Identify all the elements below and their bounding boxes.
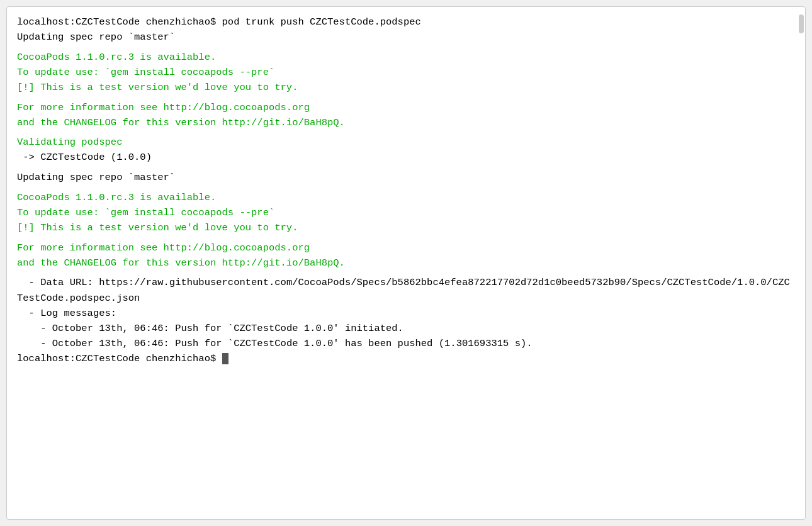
terminal-line: - Log messages: [17, 306, 795, 321]
terminal-line: [!] This is a test version we'd love you… [17, 80, 795, 95]
terminal-line: - Data URL: https://raw.githubuserconten… [17, 275, 795, 305]
terminal-line [17, 271, 795, 276]
terminal-line: - October 13th, 06:46: Push for `CZCTest… [17, 336, 795, 351]
terminal-cursor [222, 353, 228, 364]
terminal-line: To update use: `gem install cocoapods --… [17, 205, 795, 220]
terminal-line: localhost:CZCTestCode chenzhichao$ pod t… [17, 14, 795, 30]
terminal-line [17, 185, 795, 190]
terminal-line: and the CHANGELOG for this version http:… [17, 255, 795, 271]
terminal-line [17, 235, 795, 240]
terminal-line [17, 165, 795, 170]
terminal-line: CocoaPods 1.1.0.rc.3 is available. [17, 50, 795, 65]
terminal-line: - October 13th, 06:46: Push for `CZCTest… [17, 321, 795, 336]
terminal-content[interactable]: localhost:CZCTestCode chenzhichao$ pod t… [7, 7, 805, 519]
terminal-window: localhost:CZCTestCode chenzhichao$ pod t… [6, 6, 806, 520]
terminal-line: Updating spec repo `master` [17, 30, 795, 45]
terminal-line: To update use: `gem install cocoapods --… [17, 65, 795, 80]
terminal-line [17, 130, 795, 135]
terminal-line: Updating spec repo `master` [17, 170, 795, 185]
terminal-line: and the CHANGELOG for this version http:… [17, 115, 795, 130]
terminal-line: [!] This is a test version we'd love you… [17, 220, 795, 235]
terminal-line: localhost:CZCTestCode chenzhichao$ [17, 351, 795, 366]
scrollbar-indicator [799, 14, 804, 33]
terminal-line [17, 45, 795, 50]
terminal-line: For more information see http://blog.coc… [17, 100, 795, 115]
terminal-line: -> CZCTestCode (1.0.0) [17, 150, 795, 165]
terminal-line: Validating podspec [17, 135, 795, 150]
terminal-line [17, 95, 795, 100]
terminal-line: CocoaPods 1.1.0.rc.3 is available. [17, 190, 795, 205]
terminal-line: For more information see http://blog.coc… [17, 240, 795, 255]
